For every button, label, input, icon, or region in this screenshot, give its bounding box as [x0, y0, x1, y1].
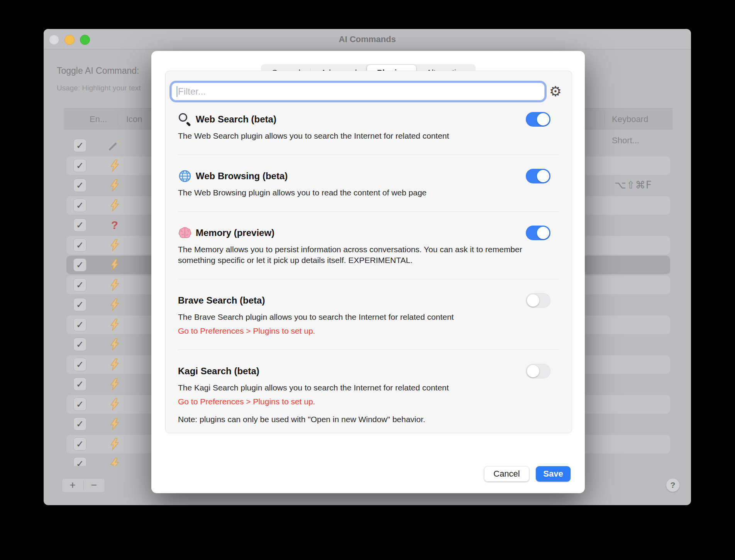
plugin-row-web-search: Web Search (beta) The Web Search plugin …: [178, 107, 559, 155]
column-header-shortcut[interactable]: Keyboard Short...: [612, 109, 672, 130]
lightning-icon: [108, 318, 121, 331]
plugin-description: The Web Browsing plugin allows you to re…: [178, 187, 525, 198]
titlebar[interactable]: AI Commands: [44, 29, 691, 49]
lightning-icon: [108, 358, 121, 371]
lightning-icon: [108, 278, 121, 292]
row-checkbox[interactable]: ✓: [73, 199, 86, 212]
page-title: Toggle AI Command:: [57, 66, 139, 76]
setup-link[interactable]: Go to Preferences > Plugins to set up.: [178, 326, 559, 336]
plugin-row-web-browsing: Web Browsing (beta) The Web Browsing plu…: [178, 155, 559, 212]
lightning-icon: [108, 378, 121, 391]
plugin-row-kagi-search: Kagi Search (beta) The Kagi Search plugi…: [178, 350, 559, 407]
lightning-icon: [108, 457, 121, 466]
add-button[interactable]: +: [62, 479, 83, 492]
plugins-note: Note: plugins can only be used with "Ope…: [178, 415, 559, 424]
row-checkbox[interactable]: ✓: [73, 338, 86, 351]
lightning-icon: [108, 417, 121, 431]
plugin-description: The Brave Search plugin allows you to se…: [178, 312, 525, 322]
plugin-row-memory: Memory (preview) The Memory allows you t…: [178, 212, 559, 279]
row-checkbox[interactable]: ✓: [73, 159, 86, 172]
lightning-icon: [108, 298, 121, 311]
cancel-button[interactable]: Cancel: [484, 466, 529, 482]
plugin-title: Kagi Search (beta): [178, 366, 259, 377]
text-caret: [176, 86, 178, 97]
row-checkbox[interactable]: ✓: [73, 358, 86, 371]
setup-link[interactable]: Go to Preferences > Plugins to set up.: [178, 396, 559, 407]
gear-icon[interactable]: ⚙: [549, 84, 562, 99]
lightning-icon: [108, 438, 121, 451]
magic-wand-icon: [108, 139, 121, 152]
row-checkbox[interactable]: ✓: [73, 438, 86, 451]
brave-search-toggle[interactable]: [526, 293, 550, 308]
lightning-icon: [108, 199, 121, 212]
row-checkbox[interactable]: ✓: [73, 258, 86, 272]
column-header-enabled[interactable]: En...: [90, 109, 107, 130]
globe-icon: [178, 169, 192, 183]
magnifier-icon: [178, 112, 192, 126]
lightning-icon: [108, 159, 121, 172]
plugin-title: Web Browsing (beta): [196, 171, 288, 182]
remove-button[interactable]: −: [84, 479, 105, 492]
save-button[interactable]: Save: [536, 466, 571, 482]
web-browsing-toggle[interactable]: [526, 169, 550, 183]
row-checkbox[interactable]: ✓: [73, 318, 86, 331]
plugin-description: The Web Search plugin allows you to sear…: [178, 131, 525, 141]
lightning-icon: [108, 179, 121, 192]
plugin-title: Web Search (beta): [196, 114, 276, 125]
row-checkbox[interactable]: ✓: [73, 239, 86, 252]
row-checkbox[interactable]: ✓: [73, 278, 86, 292]
row-checkbox[interactable]: ✓: [73, 417, 86, 431]
plugin-title: Brave Search (beta): [178, 295, 265, 306]
plugins-settings-dialog: General Advanced Plugins Alternative ⚙ W…: [151, 51, 585, 493]
window-title: AI Commands: [44, 29, 691, 49]
question-icon: ?: [108, 219, 121, 232]
row-checkbox[interactable]: ✓: [73, 179, 86, 192]
row-checkbox[interactable]: ✓: [73, 398, 86, 411]
plugin-description: The Kagi Search plugin allows you to sea…: [178, 382, 525, 393]
plugin-description: The Memory allows you to persist informa…: [178, 244, 525, 266]
lightning-icon: [108, 258, 121, 272]
row-checkbox[interactable]: ✓: [73, 457, 86, 466]
lightning-icon: [108, 239, 121, 252]
lightning-icon: [108, 338, 121, 351]
brain-icon: [178, 226, 192, 240]
usage-text: Usage: Highlight your text: [57, 84, 141, 92]
plugin-row-brave-search: Brave Search (beta) The Brave Search plu…: [178, 279, 559, 350]
help-button[interactable]: ?: [666, 478, 680, 492]
row-checkbox[interactable]: ✓: [73, 378, 86, 391]
plugins-panel: ⚙ Web Search (beta) The Web Search plugi…: [165, 71, 572, 433]
keyboard-shortcut: ⌥⇧⌘F: [615, 179, 652, 191]
lightning-icon: [108, 398, 121, 411]
kagi-search-toggle[interactable]: [526, 364, 550, 378]
web-search-toggle[interactable]: [526, 112, 550, 127]
filter-input[interactable]: [171, 83, 545, 100]
add-remove-control: + −: [62, 478, 105, 493]
row-checkbox[interactable]: ✓: [73, 298, 86, 311]
row-checkbox[interactable]: ✓: [73, 219, 86, 232]
memory-toggle[interactable]: [526, 226, 550, 240]
row-checkbox[interactable]: ✓: [73, 139, 86, 152]
plugin-title: Memory (preview): [196, 227, 274, 238]
column-header-icon[interactable]: Icon: [126, 109, 142, 130]
